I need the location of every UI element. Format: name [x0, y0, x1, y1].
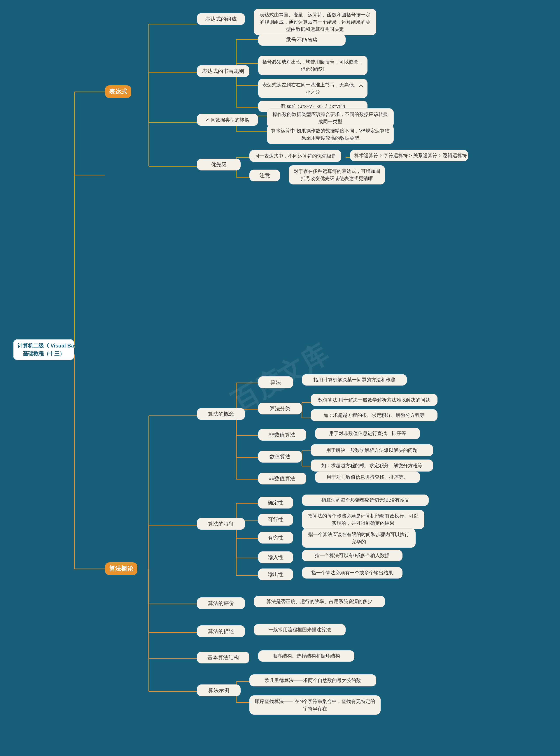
node-shuxiegui-item2: 括号必须成对出现，均使用圆括号，可以嵌套，但必须配对 — [258, 56, 367, 75]
node-pingjia: 算法的评价 — [197, 597, 245, 609]
node-jiben: 基本算法结构 — [197, 652, 249, 663]
node-biaodasshi-zuocheng-desc: 表达式由常量、变量、运算符、函数和圆括号按一定的规则组成，通过运算后有一个结果，… — [254, 9, 376, 35]
node-biaodasshi: 表达式 — [105, 85, 131, 98]
node-shili: 算法示例 — [197, 684, 241, 696]
node-shuchuxing: 输出性 — [258, 569, 293, 580]
node-youxianji: 优先级 — [197, 159, 241, 171]
node-shuzhi-item2: 如：求超越方程的根、求定积分、解微分方程等 — [311, 459, 433, 472]
node-suanfa-def: 算法 — [258, 376, 293, 388]
node-zhuyishi: 注意 — [249, 170, 280, 181]
node-tezheng: 算法的特征 — [197, 518, 245, 530]
node-shuzhi-item1: 用于解决一般数学解析方法难以解决的问题 — [311, 444, 433, 456]
node-suanfa-fenlei-item1: 数值算法:用于解决一般数学解析方法难以解决的问题 — [311, 394, 438, 406]
mind-map: 百度文库 计算机二级《 Visual Basic》 基础教程（十三） 表达式 表… — [0, 0, 560, 756]
node-shuruxing-desc: 指一个算法可以有0或多个输入数据 — [302, 550, 402, 561]
node-quedingxing-desc: 指算法的每个步骤都应确切无误,没有歧义 — [302, 495, 429, 506]
node-zhuanhuan: 不同数据类型的转换 — [197, 114, 258, 126]
node-shuchuxing-desc: 指一个算法必须有一个或多个输出结果 — [302, 567, 402, 579]
central-node-text: 计算机二级《 Visual Basic》 — [18, 343, 87, 349]
node-miaoshu-desc: 一般常用流程框图来描述算法 — [254, 624, 346, 635]
node-quedingxing: 确定性 — [258, 497, 293, 509]
node-shuxiegui-item3: 表达式从左到右在同一基准上书写，无高低、大小之分 — [258, 79, 367, 98]
node-suanfa-fenlei: 算法分类 — [258, 403, 302, 414]
node-tongyi: 同一表达式中，不同运算符的优先级是 — [249, 150, 341, 162]
node-kexingxing: 可行性 — [258, 514, 293, 525]
node-pingjia-desc: 算法是否正确、运行的效率、占用系统资源的多少 — [254, 596, 385, 607]
node-youqiongxing-desc: 指一个算法应该在有限的时间和步骤内可以执行完毕的 — [302, 529, 416, 548]
node-biaodasshi-zuocheng: 表达式的组成 — [197, 13, 245, 25]
node-feishuzhi2-desc: 用于对非数值信息进行查找、排序等。 — [315, 472, 420, 483]
node-zhuanhuan-item2: 算术运算中,如果操作数的数据精度不同，VB规定运算结果采用精度较高的数据类型 — [267, 125, 394, 144]
node-youqiongxing: 有穷性 — [258, 532, 293, 543]
node-suanfa-gainian: 算法概论 — [105, 562, 137, 575]
node-jiben-desc: 顺序结构、选择结构和循环结构 — [258, 650, 354, 662]
node-biaodasshi-shuxiegui: 表达式的书写规则 — [197, 65, 249, 77]
central-node: 计算机二级《 Visual Basic》 基础教程（十三） — [13, 339, 74, 360]
node-zhuyidesc: 对于存在多种运算符的表达式，可增加圆括号改变优先级或使表达式更清晰 — [289, 165, 385, 184]
node-shili-item2: 顺序查找算法—— 在N个字符串集合中，查找有无特定的字符串存在 — [249, 695, 381, 715]
node-miaoshu: 算法的描述 — [197, 625, 245, 637]
node-suanfa-gainian-node: 算法的概念 — [197, 408, 245, 420]
node-kexingxing-desc: 指算法的每个步骤必须是计算机能够有效执行、可以实现的，并可得到确定的结果 — [302, 510, 424, 529]
node-feishuzhi1-desc: 用于对非数值信息进行查找、排序等 — [315, 428, 420, 439]
node-suanfa-fenlei-item2: 如：求超越方程的根、求定积分、解微分方程等 — [311, 409, 438, 421]
central-node-text2: 基础教程（十三） — [23, 351, 65, 356]
node-shuruxing: 输入性 — [258, 552, 293, 563]
node-order: 算术运算符 > 字符运算符 > 关系运算符 > 逻辑运算符 — [350, 150, 468, 161]
node-shili-item1: 欧几里德算法——求两个自然数的最大公约数 — [249, 674, 376, 687]
node-suanfa-def-desc: 指用计算机解决某一问题的方法和步骤 — [302, 374, 407, 385]
node-feishuzhi2: 非数值算法 — [258, 473, 306, 484]
node-shuzhi: 数值算法 — [258, 451, 302, 462]
node-shuxiegui-item1: 乘号不能省略 — [258, 34, 346, 46]
node-feishuzhi1: 非数值算法 — [258, 429, 306, 441]
